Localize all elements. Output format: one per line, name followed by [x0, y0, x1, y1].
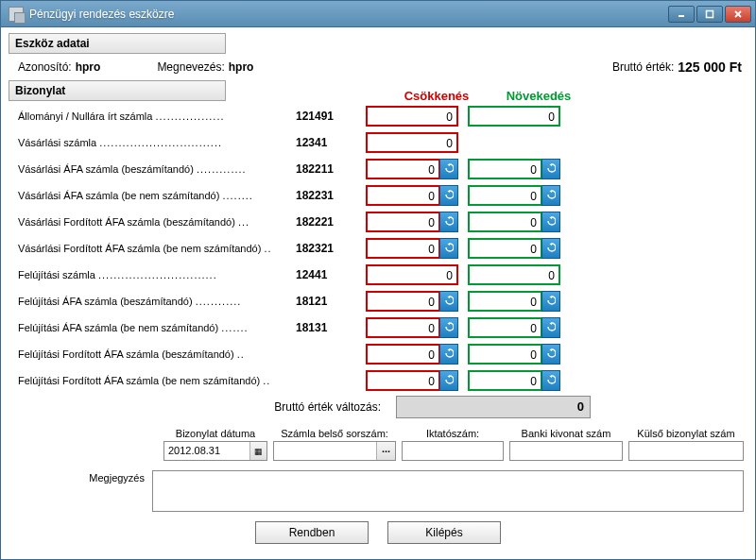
account-row: Vásárlási Fordított ÁFA számla (beszámít…: [9, 209, 747, 235]
increase-input[interactable]: 0: [468, 185, 542, 206]
total-value: 0: [396, 396, 591, 418]
revert-icon: [444, 163, 454, 175]
asset-id-value: hpro: [76, 60, 101, 74]
decrease-revert-button[interactable]: [439, 291, 458, 312]
increase-revert-button[interactable]: [541, 212, 560, 232]
decrease-input[interactable]: 0: [366, 185, 440, 206]
revert-icon: [546, 163, 556, 175]
date-picker-button[interactable]: ▦: [249, 442, 266, 460]
revert-icon: [444, 216, 454, 228]
revert-icon: [546, 216, 556, 228]
revert-icon: [444, 375, 454, 386]
row-label: Felújítási ÁFA számla (be nem számítandó…: [9, 322, 292, 333]
revert-icon: [444, 190, 454, 201]
close-button[interactable]: [725, 6, 751, 23]
memo-label: Megjegyzés: [12, 470, 145, 512]
decrease-revert-button[interactable]: [439, 159, 458, 179]
increase-input[interactable]: 0: [468, 344, 542, 365]
account-row: Állományi / Nullára írt számla .........…: [9, 103, 747, 129]
revert-icon: [546, 243, 556, 254]
sorsz-lookup-button[interactable]: ···: [376, 442, 395, 460]
row-code: 12441: [292, 268, 356, 281]
decrease-input[interactable]: 0: [366, 344, 440, 365]
row-label: Felújítási ÁFA számla (beszámítandó) ...…: [9, 296, 292, 307]
col-decrease-title: Csökkenés: [390, 89, 483, 103]
app-icon: [9, 7, 24, 22]
asset-id-label: Azonosító:: [18, 60, 72, 74]
increase-input[interactable]: 0: [468, 264, 560, 285]
decrease-revert-button[interactable]: [439, 238, 458, 259]
account-row: Vásárlási ÁFA számla (be nem számítandó)…: [9, 182, 747, 209]
account-row: Felújítási ÁFA számla (be nem számítandó…: [9, 314, 747, 341]
decrease-input[interactable]: 0: [366, 317, 440, 338]
svg-rect-1: [707, 10, 713, 17]
increase-revert-button[interactable]: [541, 159, 560, 179]
date-value[interactable]: 2012.08.31: [164, 442, 249, 460]
increase-revert-button[interactable]: [541, 185, 560, 206]
asset-info: Azonosító: hpro Megnevezés: hpro Bruttó …: [9, 56, 747, 80]
row-label: Vásárlási ÁFA számla (be nem számítandó)…: [9, 190, 292, 201]
decrease-input[interactable]: 0: [366, 291, 440, 312]
row-label: Felújítási Fordított ÁFA számla (be nem …: [9, 375, 292, 386]
iktato-input[interactable]: [402, 441, 504, 461]
kulso-label: Külső bizonylat szám: [628, 428, 744, 439]
increase-input[interactable]: 0: [468, 106, 560, 127]
kulso-input[interactable]: [628, 441, 744, 461]
sorsz-value[interactable]: [274, 442, 376, 460]
decrease-revert-button[interactable]: [439, 317, 458, 338]
revert-icon: [444, 348, 454, 360]
minimize-button[interactable]: [668, 6, 695, 23]
decrease-input[interactable]: 0: [366, 132, 458, 153]
increase-input[interactable]: 0: [468, 317, 542, 338]
row-code: 18131: [292, 321, 356, 334]
increase-revert-button[interactable]: [541, 238, 560, 259]
increase-input[interactable]: 0: [468, 370, 542, 391]
total-label: Bruttó érték változás:: [9, 400, 387, 414]
asset-brutto-label: Bruttó érték:: [612, 60, 674, 74]
increase-revert-button[interactable]: [541, 291, 560, 312]
memo-textarea[interactable]: [152, 470, 744, 512]
date-input[interactable]: 2012.08.31 ▦: [163, 441, 267, 461]
cancel-button[interactable]: Kilépés: [387, 521, 501, 544]
decrease-input[interactable]: 0: [366, 159, 440, 179]
increase-revert-button[interactable]: [541, 344, 560, 365]
sorsz-input[interactable]: ···: [273, 441, 396, 461]
decrease-revert-button[interactable]: [439, 212, 458, 232]
account-row: Felújítási számla ......................…: [9, 262, 747, 288]
window-title: Pénzügyi rendezés eszközre: [29, 8, 668, 21]
calendar-icon: ▦: [254, 447, 263, 456]
increase-input[interactable]: 0: [468, 291, 542, 312]
maximize-button[interactable]: [696, 6, 723, 23]
banki-input[interactable]: [509, 441, 623, 461]
decrease-revert-button[interactable]: [439, 344, 458, 365]
decrease-input[interactable]: 0: [366, 370, 440, 391]
increase-revert-button[interactable]: [541, 370, 560, 391]
revert-icon: [444, 322, 454, 333]
account-row: Vásárlási ÁFA számla (beszámítandó) ....…: [9, 156, 747, 182]
ok-button[interactable]: Rendben: [255, 521, 369, 544]
revert-icon: [546, 296, 556, 307]
account-row: Vásárlási számla .......................…: [9, 129, 747, 156]
account-row: Felújítási Fordított ÁFA számla (beszámí…: [9, 341, 747, 367]
row-code: 182231: [292, 189, 356, 202]
increase-revert-button[interactable]: [541, 317, 560, 338]
account-row: Felújítási Fordított ÁFA számla (be nem …: [9, 367, 747, 394]
sorsz-label: Számla belső sorszám:: [273, 428, 396, 439]
increase-input[interactable]: 0: [468, 212, 542, 232]
col-increase-title: Növekedés: [492, 89, 585, 103]
decrease-input[interactable]: 0: [366, 106, 458, 127]
decrease-revert-button[interactable]: [439, 370, 458, 391]
row-code: 18121: [292, 295, 356, 308]
decrease-revert-button[interactable]: [439, 185, 458, 206]
section-asset-header: Eszköz adatai: [9, 33, 226, 54]
increase-input[interactable]: 0: [468, 238, 542, 259]
increase-input[interactable]: 0: [468, 159, 542, 179]
row-label: Felújítási Fordított ÁFA számla (beszámí…: [9, 348, 292, 360]
decrease-input[interactable]: 0: [366, 264, 458, 285]
asset-name-value: hpro: [229, 60, 254, 74]
decrease-input[interactable]: 0: [366, 212, 440, 232]
decrease-input[interactable]: 0: [366, 238, 440, 259]
row-code: 182221: [292, 215, 356, 229]
account-row: Vásárlási Fordított ÁFA számla (be nem s…: [9, 235, 747, 262]
date-label: Bizonylat dátuma: [163, 428, 267, 439]
